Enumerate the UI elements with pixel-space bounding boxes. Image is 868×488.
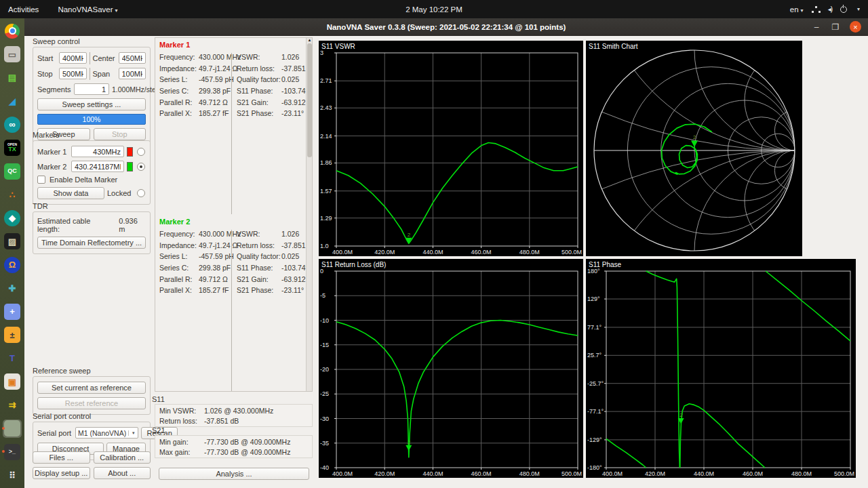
scrollbar[interactable]: ▲ <box>306 38 312 391</box>
dock-item-audio-headphones[interactable]: Ω <box>3 256 22 274</box>
marker-select-radio[interactable] <box>137 163 145 171</box>
start-input[interactable] <box>59 52 87 64</box>
dock-item-chrome[interactable] <box>3 22 22 40</box>
dock-item-blue-canvas[interactable]: + <box>3 302 22 321</box>
scrollbar-handle[interactable] <box>307 43 312 157</box>
data-label: S11 Phase: <box>237 87 281 96</box>
svg-text:-180°: -180° <box>587 464 602 471</box>
center-input[interactable] <box>119 52 146 64</box>
tdr-button[interactable]: Time Domain Reflectometry ... <box>37 237 146 249</box>
terminal-icon: >_ <box>4 444 20 460</box>
dock-item-green-board[interactable]: ▤ <box>3 68 22 87</box>
svg-text:400.0M: 400.0M <box>602 470 623 477</box>
dock-item-orange-nodes[interactable]: ∴ <box>3 186 22 204</box>
dock-item-teams[interactable]: T <box>3 349 22 367</box>
span-input[interactable] <box>119 68 146 79</box>
dock-item-yellow-arrows[interactable]: ⇉ <box>3 396 22 414</box>
dock-item-arduino[interactable]: ∞ <box>3 115 22 134</box>
data-value: 185.27 fF <box>199 109 229 118</box>
marker-data-row: S21 Phase:-23.11° <box>237 286 313 295</box>
marker-data-row: Return loss:-37.851 dB <box>237 241 313 250</box>
serial-port-combo[interactable]: M1 (NanoVNA) ▾ <box>75 427 138 439</box>
chart-rl[interactable]: S11 Return Loss (dB)0-5-10-15-20-25-30-3… <box>319 259 583 478</box>
s11-summary-box: Min VSWR:1.026 @ 430.000MHzReturn loss:-… <box>155 404 313 427</box>
summary-value: 1.026 @ 430.000MHz <box>204 407 273 415</box>
data-value: -103.74° <box>281 87 309 96</box>
dock-item-calculator[interactable]: ± <box>3 326 22 344</box>
marker-data-row: Parallel R:49.712 Ω <box>159 98 231 107</box>
svg-text:500.0M: 500.0M <box>561 470 582 477</box>
marker-panel-title: Marker 1 <box>159 41 312 49</box>
divider <box>90 68 90 80</box>
dock-item-active-window[interactable] <box>3 420 22 438</box>
summary-value: -77.730 dB @ 409.000MHz <box>204 438 290 446</box>
dock-item-opentx[interactable]: OPENTX <box>3 139 22 157</box>
dock-item-image-viewer[interactable]: ▨ <box>3 232 22 251</box>
svg-text:500.0M: 500.0M <box>561 249 582 256</box>
tdr-title: TDR <box>33 202 151 210</box>
minimize-button[interactable]: – <box>812 22 821 32</box>
sweep-control-section: Sweep control Start Center Stop Span Seg… <box>33 37 151 146</box>
marker-frequency-input[interactable] <box>71 146 124 157</box>
dock-item-drone-app[interactable]: ✚ <box>3 279 22 298</box>
volume-icon[interactable]: ◂) <box>828 5 832 13</box>
network-icon[interactable] <box>812 6 820 13</box>
start-label: Start <box>37 54 56 62</box>
dock-item-files[interactable]: ▭ <box>3 45 22 64</box>
show-data-button[interactable]: Show data <box>37 187 104 199</box>
window-titlebar[interactable]: NanoVNA Saver 0.3.8 (Sweep: 2021-05-02 2… <box>24 18 868 36</box>
svg-text:400.0M: 400.0M <box>332 249 353 256</box>
activities-button[interactable]: Activities <box>8 5 39 14</box>
chart-vswr[interactable]: S11 VSWR32.712.432.141.861.571.291.0400.… <box>319 41 583 256</box>
dock-item-qcad[interactable]: QC <box>3 162 22 180</box>
data-label: Series C: <box>159 87 199 96</box>
scroll-up-icon[interactable]: ▲ <box>307 38 313 42</box>
display-setup-button[interactable]: Display setup ... <box>33 467 90 479</box>
marker-color-swatch[interactable] <box>127 147 133 157</box>
dock-item-terminal[interactable]: >_ <box>3 443 22 461</box>
marker-data-row: S21 Phase:-23.11° <box>237 109 313 118</box>
app-menu[interactable]: NanoVNASaver▾ <box>58 5 117 14</box>
set-reference-button[interactable]: Set current as reference <box>37 382 146 394</box>
data-label: Series L: <box>159 75 199 84</box>
data-label: Frequency: <box>159 53 199 62</box>
files-button[interactable]: Files ... <box>33 451 90 464</box>
segments-input[interactable] <box>74 83 109 95</box>
marker-data-row: Series L:-457.59 pH <box>159 252 231 261</box>
markers-title: Markers <box>33 131 151 139</box>
power-icon[interactable] <box>840 6 847 13</box>
language-indicator[interactable]: en▾ <box>790 5 804 14</box>
calibration-button[interactable]: Calibration ... <box>94 451 151 464</box>
dock-item-vscode[interactable]: ◢ <box>3 92 22 110</box>
yellow-arrows-icon: ⇉ <box>4 397 20 413</box>
marker-select-radio[interactable] <box>137 148 145 156</box>
chart-smith[interactable]: S11 Smith Chart2 <box>586 41 802 256</box>
restore-button[interactable]: ❐ <box>831 22 840 32</box>
summary-value: -77.730 dB @ 409.000MHz <box>204 448 290 456</box>
system-menu-chevron-icon[interactable]: ▾ <box>857 6 860 12</box>
svg-text:-25: -25 <box>320 390 329 397</box>
clock[interactable]: 2 May 10:22 PM <box>0 5 868 14</box>
svg-text:460.0M: 460.0M <box>743 470 763 477</box>
svg-text:400.0M: 400.0M <box>332 470 353 477</box>
sweep-settings-button[interactable]: Sweep settings ... <box>37 98 146 110</box>
data-label: Parallel X: <box>159 109 199 118</box>
chart-phase[interactable]: S11 Phase180°129°77.1°25.7°-25.7°-77.1°-… <box>586 259 856 478</box>
marker-color-swatch[interactable] <box>127 162 133 171</box>
svg-text:25.7°: 25.7° <box>587 352 602 359</box>
summary-value: -37.851 dB <box>204 417 239 425</box>
about-button[interactable]: About ... <box>94 467 151 479</box>
divider <box>231 230 232 391</box>
dock-item-satellite-app[interactable]: ◆ <box>3 209 22 227</box>
enable-delta-marker-checkbox[interactable] <box>37 176 45 184</box>
locked-radio[interactable] <box>137 189 145 197</box>
analysis-button[interactable]: Analysis ... <box>159 468 309 480</box>
reset-reference-button[interactable]: Reset reference <box>37 397 146 409</box>
svg-text:480.0M: 480.0M <box>791 470 812 477</box>
green-board-icon: ▤ <box>4 70 20 86</box>
stop-input[interactable] <box>59 68 87 79</box>
dock-item-app-grid[interactable]: ⠿ <box>3 466 22 485</box>
marker-frequency-input[interactable] <box>71 161 124 172</box>
dock-item-vmware[interactable]: ▣ <box>3 373 22 391</box>
close-button[interactable]: × <box>850 21 861 33</box>
